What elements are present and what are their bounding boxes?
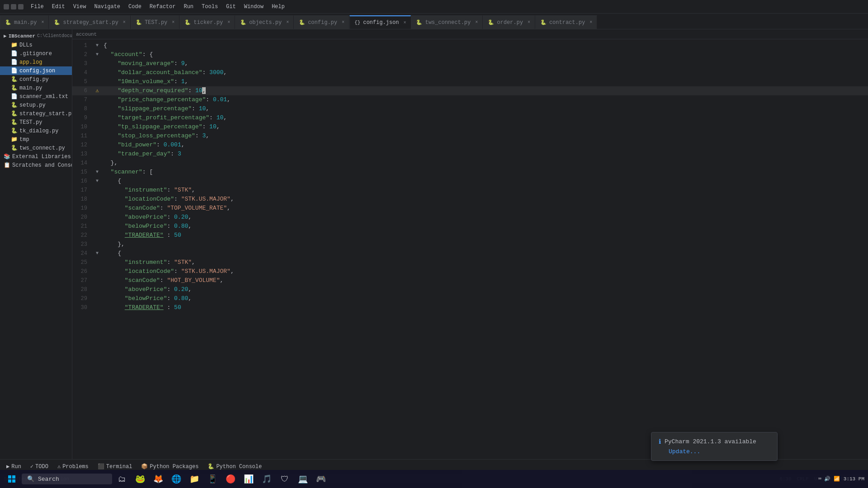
tab-config-py[interactable]: 🐍 config.py × [294, 15, 349, 29]
menu-run[interactable]: Run [180, 3, 197, 11]
line-content: }, [102, 159, 868, 168]
python-icon: 🐍 [416, 19, 422, 25]
line-number: 2 [72, 50, 93, 59]
file-icon: 📄 [11, 50, 18, 57]
line-content: "belowPrice": 0.80, [102, 294, 868, 303]
menu-git[interactable]: Git [222, 3, 240, 11]
code-line-2: 2 ▼ "account": { [72, 50, 868, 59]
sidebar-item-label: config.json [19, 68, 55, 74]
line-content: "instrument": "STK", [102, 258, 868, 267]
tab-close-icon[interactable]: × [342, 20, 344, 25]
console-icon: 🐍 [208, 463, 214, 470]
sidebar-item-strategy-start-py[interactable]: 🐍 strategy_start.py [0, 109, 72, 118]
taskbar-app-icon-12[interactable]: 🎮 [313, 471, 329, 487]
sidebar-item-label: main.py [19, 85, 42, 91]
sidebar-item-app-log[interactable]: 📄 app.log [0, 58, 72, 66]
taskbar-app-icon-2[interactable]: 🐸 [132, 471, 148, 487]
tab-close-icon[interactable]: × [227, 20, 230, 25]
line-gutter: ⚠ [93, 86, 102, 95]
tab-config-json[interactable]: {} config.json × [349, 15, 411, 29]
taskbar-app-icon-8[interactable]: 📊 [241, 471, 257, 487]
sidebar-item-test-py[interactable]: 🐍 TEST.py [0, 118, 72, 127]
taskbar-app-icon-5[interactable]: 📁 [186, 471, 203, 487]
tab-close-icon[interactable]: × [590, 20, 592, 25]
sidebar-item-scratches[interactable]: 📋 Scratches and Consoles [0, 161, 72, 169]
tab-close-icon[interactable]: × [528, 20, 530, 25]
menu-navigate[interactable]: Navigate [90, 3, 124, 11]
line-gutter[interactable]: ▼ [93, 50, 102, 59]
tab-tws-connect-py[interactable]: 🐍 tws_connect.py × [411, 15, 483, 29]
fold-arrow[interactable]: ▼ [96, 249, 99, 258]
taskbar-app-icon-6[interactable]: 📱 [204, 471, 221, 487]
taskbar-app-icon-10[interactable]: 🛡 [277, 471, 293, 487]
tab-objects-py[interactable]: 🐍 objects.py × [235, 15, 294, 29]
menu-code[interactable]: Code [125, 3, 145, 11]
tab-main-py[interactable]: 🐍 main.py × [0, 15, 49, 29]
tab-close-icon[interactable]: × [403, 20, 406, 25]
json-icon: 📄 [11, 67, 18, 74]
update-link[interactable]: Update... [669, 448, 700, 455]
taskbar-app-icon-11[interactable]: 💻 [295, 471, 311, 487]
menu-refactor[interactable]: Refactor [146, 3, 179, 11]
minimize-button[interactable] [4, 4, 9, 9]
taskbar-system-tray: ⌨ 🔊 📶 3:13 PM [818, 476, 864, 482]
fold-arrow[interactable]: ▼ [96, 50, 99, 59]
tab-close-icon[interactable]: × [286, 20, 289, 25]
tab-test-py[interactable]: 🐍 TEST.py × [131, 15, 179, 29]
line-number: 13 [72, 150, 93, 159]
tab-label: strategy_start.py [63, 19, 118, 26]
taskbar-app-icon-3[interactable]: 🦊 [150, 471, 166, 487]
maximize-button[interactable] [11, 4, 16, 9]
sidebar-item-tk-dialog[interactable]: 🐍 tk_dialog.py [0, 127, 72, 135]
tab-contract-py[interactable]: 🐍 contract.py × [535, 15, 597, 29]
line-gutter[interactable]: ▼ [93, 249, 102, 258]
taskbar-app-icon-4[interactable]: 🌐 [168, 471, 184, 487]
sidebar-item-main-py[interactable]: 🐍 main.py [0, 84, 72, 92]
code-editor[interactable]: 1 ▼ { 2 ▼ "account": { 3 "moving_average… [72, 39, 868, 459]
menu-file[interactable]: File [27, 3, 47, 11]
sidebar-item-config-py[interactable]: 🐍 config.py [0, 75, 72, 84]
title-bar-controls[interactable] [4, 4, 24, 9]
taskbar-app-icon-9[interactable]: 🎵 [259, 471, 275, 487]
code-line-9: 9 "target_profit_percentage": 10, [72, 113, 868, 122]
sidebar-item-config-json[interactable]: 📄 config.json [0, 66, 72, 75]
tab-close-icon[interactable]: × [172, 20, 175, 25]
tab-ticker-py[interactable]: 🐍 ticker.py × [179, 15, 235, 29]
line-number: 25 [72, 258, 93, 267]
sidebar-item-gitignore[interactable]: 📄 .gitignore [0, 49, 72, 58]
line-content: "instrument": "STK", [102, 186, 868, 195]
sidebar-item-setup-py[interactable]: 🐍 setup.py [0, 101, 72, 109]
code-line-10: 10 "tp_slippage_percentage": 10, [72, 122, 868, 131]
taskbar-app-icon-1[interactable]: 🗂 [114, 471, 130, 487]
fold-arrow[interactable]: ▼ [96, 41, 99, 50]
menu-window[interactable]: Window [241, 3, 267, 11]
editor-area: account 1 ▼ { 2 ▼ "account": { 3 "moving… [72, 29, 868, 459]
menu-view[interactable]: View [70, 3, 90, 11]
line-gutter[interactable]: ▼ [93, 168, 102, 177]
sidebar-item-tws-connect[interactable]: 🐍 tws_connect.py [0, 144, 72, 152]
tab-strategy-start-py[interactable]: 🐍 strategy_start.py × [49, 15, 130, 29]
sidebar-item-external-libs[interactable]: 📚 External Libraries [0, 152, 72, 161]
tab-close-icon[interactable]: × [123, 20, 126, 25]
tab-close-icon[interactable]: × [475, 20, 478, 25]
start-button[interactable] [4, 471, 20, 487]
sidebar-item-dlls[interactable]: 📁 DLLs [0, 41, 72, 49]
line-gutter[interactable]: ▼ [93, 177, 102, 186]
tab-close-icon[interactable]: × [41, 20, 44, 25]
sidebar-item-tmp[interactable]: 📁 tmp [0, 135, 72, 144]
menu-help[interactable]: Help [268, 3, 288, 11]
taskbar-search-box[interactable]: 🔍 Search [22, 474, 112, 484]
sidebar-item-scanner-xml[interactable]: 📄 scanner_xml.txt [0, 92, 72, 101]
tab-order-py[interactable]: 🐍 order.py × [483, 15, 535, 29]
taskbar-app-icon-7[interactable]: 🔴 [222, 471, 239, 487]
folder-icon: 📁 [11, 136, 18, 143]
fold-arrow[interactable]: ▼ [96, 168, 99, 177]
menu-tools[interactable]: Tools [198, 3, 222, 11]
fold-arrow[interactable]: ▼ [96, 177, 99, 186]
title-bar: File Edit View Navigate Code Refactor Ru… [0, 0, 868, 14]
line-gutter[interactable]: ▼ [93, 41, 102, 50]
tab-label: ticker.py [193, 19, 223, 26]
menu-edit[interactable]: Edit [48, 3, 69, 11]
close-button[interactable] [18, 4, 24, 9]
clock-time: 3:13 PM [844, 476, 864, 482]
